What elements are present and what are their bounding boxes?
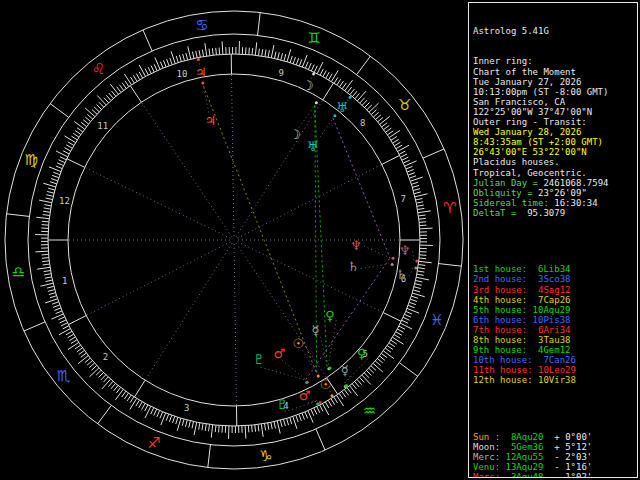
degree-tick	[145, 69, 148, 75]
degree-tick	[148, 67, 151, 73]
info-line: Outer ring - Transit:	[473, 117, 633, 127]
info-line: Sidereal time: 16:30:34	[473, 198, 633, 208]
degree-tick	[357, 379, 362, 384]
house-spoke	[145, 243, 232, 380]
degree-tick	[296, 415, 298, 422]
house-row: 8th house: 3Tau38	[473, 335, 633, 345]
degree-tick	[357, 91, 366, 101]
degree-tick	[89, 363, 94, 368]
planet-row-text: + 0°00'	[549, 432, 592, 442]
sign-boundary	[50, 104, 68, 118]
degree-tick	[419, 258, 426, 259]
sign-boundary	[258, 13, 261, 36]
degree-tick	[43, 215, 50, 216]
degree-tick	[311, 64, 314, 70]
degree-tick	[94, 107, 99, 112]
sign-boundary	[143, 30, 152, 51]
degree-tick	[337, 79, 341, 85]
sign-glyph-gemini: ♊	[307, 29, 320, 47]
info-line: Julian Day = 2461068.7594	[473, 178, 633, 188]
degree-tick	[125, 81, 129, 87]
planet-row-text: Merc:	[473, 452, 506, 462]
degree-tick	[104, 98, 109, 103]
spacer	[473, 406, 633, 412]
degree-tick	[274, 422, 276, 429]
sign-glyph-scorpio: ♏	[56, 367, 70, 385]
degree-tick	[418, 268, 425, 269]
degree-tick	[46, 195, 53, 197]
degree-tick	[249, 48, 250, 55]
spacer	[473, 238, 633, 244]
degree-tick	[277, 421, 280, 434]
degree-tick	[183, 54, 185, 61]
degree-tick	[355, 93, 360, 98]
degree-tick	[320, 405, 323, 411]
degree-tick	[37, 267, 50, 269]
degree-tick	[160, 412, 163, 418]
degree-tick	[212, 48, 213, 55]
info-line-text: San Francisco, CA	[473, 97, 565, 107]
degree-tick	[50, 182, 57, 184]
info-line-text: Obliquity =	[473, 188, 538, 198]
house-row-text: 7th house: 6Ari34	[473, 325, 571, 335]
degree-tick	[299, 59, 301, 66]
transit-marker-dot	[349, 96, 352, 99]
info-line: DeltaT = 95.3079	[473, 208, 633, 218]
house-row-text: 12th house: 10Vir38	[473, 375, 576, 385]
degree-tick	[43, 183, 55, 187]
degree-tick	[413, 189, 420, 191]
degree-tick	[139, 402, 142, 408]
degree-tick	[339, 393, 343, 399]
degree-tick	[419, 225, 426, 226]
degree-tick	[130, 397, 134, 403]
degree-tick	[367, 105, 372, 110]
degree-tick	[45, 277, 52, 278]
info-line: Wed January 28, 2026	[473, 127, 633, 137]
house-row: 7th house: 6Ari34	[473, 325, 633, 335]
sign-glyph-aquarius: ♒	[363, 402, 376, 420]
degree-tick	[414, 192, 421, 194]
degree-tick	[408, 305, 415, 307]
house-row: 12th house: 10Vir38	[473, 375, 633, 385]
info-panel: Astrolog 5.41G Inner ring:Chart of the M…	[468, 2, 638, 478]
degree-tick	[65, 148, 71, 151]
house-cusp-line	[130, 86, 141, 103]
degree-tick	[412, 293, 424, 297]
degree-tick	[179, 55, 181, 62]
degree-tick	[391, 137, 397, 141]
degree-tick	[402, 320, 408, 323]
degree-tick	[268, 423, 269, 430]
degree-tick	[136, 74, 140, 80]
degree-tick	[199, 423, 200, 430]
aspect-line	[333, 118, 390, 258]
degree-tick	[122, 83, 126, 89]
degree-tick	[406, 166, 412, 169]
degree-tick	[419, 222, 426, 223]
degree-tick	[53, 305, 60, 307]
degree-tick	[414, 287, 421, 289]
degree-tick	[171, 51, 175, 63]
house-number: 7	[400, 194, 405, 204]
house-spoke	[234, 244, 236, 406]
info-line-text: Placidus houses.	[473, 157, 560, 167]
degree-tick	[50, 296, 57, 298]
house-cusp-line	[134, 380, 145, 397]
sign-boundary	[399, 363, 417, 377]
degree-tick	[340, 81, 344, 87]
planet-row: Sun : 8Aqu20 + 0°00'	[473, 432, 633, 442]
degree-tick	[408, 173, 415, 175]
info-line-text: Julian Day =	[473, 178, 543, 188]
natal-planet-glyph-uran: ♅	[307, 139, 319, 154]
info-line-text: 26°43'00"E 53°22'00"N	[473, 147, 587, 157]
degree-tick	[325, 402, 328, 408]
degree-tick	[367, 371, 372, 376]
degree-tick	[411, 296, 418, 298]
degree-tick	[342, 392, 346, 398]
degree-tick	[389, 343, 395, 347]
degree-tick	[211, 425, 212, 438]
degree-tick	[215, 425, 216, 432]
degree-tick	[71, 340, 77, 344]
planet-row-text: Venu:	[473, 462, 506, 472]
degree-tick	[136, 400, 140, 406]
degree-tick	[73, 133, 79, 137]
